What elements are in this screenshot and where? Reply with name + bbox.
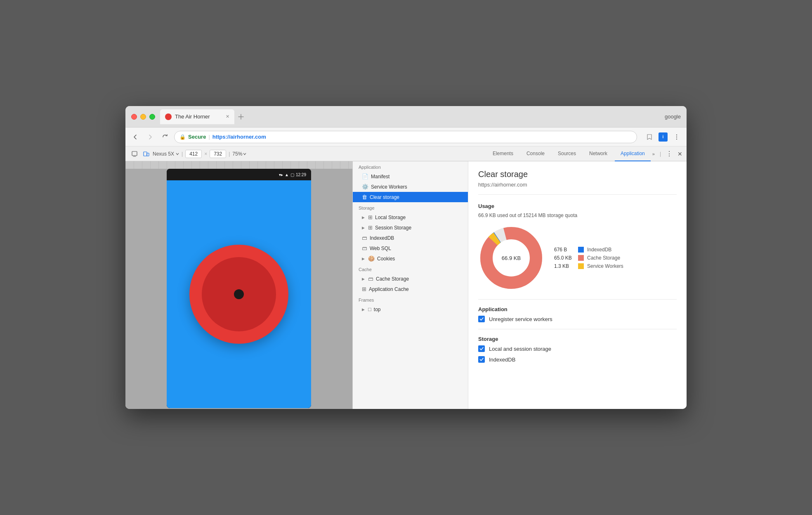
check-indexeddb-label: IndexedDB — [489, 357, 515, 363]
new-tab-button[interactable] — [234, 110, 248, 123]
height-input[interactable] — [210, 150, 226, 158]
extension-icon[interactable]: i — [659, 132, 668, 142]
cookies-expand: ▶ — [362, 257, 365, 261]
tab-console[interactable]: Console — [521, 146, 550, 161]
tab-sources[interactable]: Sources — [552, 146, 582, 161]
sidebar-item-cache-storage[interactable]: ▶ 🗃 Cache Storage — [353, 274, 468, 284]
vinyl-record — [189, 245, 288, 344]
donut-chart: 66.9 KB — [478, 225, 544, 291]
maximize-button[interactable] — [149, 114, 155, 120]
sidebar-item-local-storage[interactable]: ▶ ⊞ Local Storage — [353, 212, 468, 222]
web-sql-label: Web SQL — [370, 246, 391, 251]
chart-area: 66.9 KB 676 B IndexedDB 65.0 KB Cache St… — [478, 225, 677, 291]
frames-top-label: top — [374, 307, 381, 312]
phone-preview: ▾▸ ▲ ▢ 12:29 — [125, 161, 352, 409]
forward-button[interactable] — [144, 131, 156, 143]
sidebar-item-clear-storage[interactable]: 🗑 Clear storage — [353, 192, 468, 202]
secure-icon: 🔒 — [179, 134, 186, 140]
signal-icon: ▲ — [285, 172, 289, 177]
web-sql-icon: 🗃 — [362, 245, 367, 251]
local-storage-expand: ▶ — [362, 215, 365, 220]
main-content: ▾▸ ▲ ▢ 12:29 — [125, 161, 687, 409]
cookies-icon: 🍪 — [368, 255, 375, 262]
checkbox-local-session[interactable] — [478, 345, 485, 352]
url-divider: | — [208, 134, 210, 140]
devtools-close-button[interactable]: ✕ — [677, 151, 682, 157]
tab-close-button[interactable]: ✕ — [226, 114, 229, 119]
phone-content — [167, 180, 311, 408]
sidebar-item-cookies[interactable]: ▶ 🍪 Cookies — [353, 253, 468, 264]
menu-icon[interactable] — [671, 131, 682, 143]
sidebar-item-session-storage[interactable]: ▶ ⊞ Session Storage — [353, 222, 468, 233]
bookmark-icon[interactable] — [644, 131, 655, 143]
minimize-button[interactable] — [140, 114, 146, 120]
battery-icon: ▢ — [290, 172, 294, 177]
tab-elements[interactable]: Elements — [487, 146, 519, 161]
zoom-selector[interactable]: 75% — [232, 151, 246, 157]
more-tabs-button[interactable]: » — [652, 151, 655, 156]
toolbar-right: i — [644, 131, 682, 143]
local-storage-label: Local Storage — [375, 215, 406, 220]
vinyl-center — [234, 289, 244, 299]
tab-favicon — [165, 113, 172, 120]
legend-cache-storage-label: Cache Storage — [587, 255, 620, 261]
sidebar-item-frames-top[interactable]: ▶ □ top — [353, 304, 468, 314]
svg-rect-5 — [147, 153, 149, 156]
tab-application[interactable]: Application — [615, 146, 651, 161]
clear-storage-label: Clear storage — [370, 194, 399, 200]
traffic-lights — [131, 114, 155, 120]
service-workers-icon: ⚙️ — [362, 184, 368, 190]
device-selector[interactable]: Nexus 5X — [153, 151, 179, 157]
sidebar-item-web-sql[interactable]: 🗃 Web SQL — [353, 243, 468, 253]
svg-point-0 — [676, 134, 677, 135]
url-domain: airhorner.com — [230, 134, 266, 140]
cache-storage-label: Cache Storage — [376, 276, 409, 282]
legend-cache-storage-value: 65.0 KB — [554, 255, 575, 261]
browser-account: google — [665, 113, 681, 120]
secure-label: Secure — [188, 134, 206, 140]
time-display: 12:29 — [296, 172, 306, 177]
checkbox-indexeddb[interactable] — [478, 356, 485, 363]
frames-section-label: Frames — [353, 294, 468, 304]
local-storage-icon: ⊞ — [368, 214, 373, 220]
check-unregister-workers-label: Unregister service workers — [489, 316, 552, 322]
url-text: https://airhorner.com — [212, 134, 266, 140]
back-button[interactable] — [130, 131, 141, 143]
indexeddb-label: IndexedDB — [370, 235, 394, 241]
legend-service-workers: 1.3 KB Service Workers — [554, 263, 623, 269]
app-cache-icon: ⊞ — [362, 286, 366, 292]
check-local-session-storage: Local and session storage — [478, 345, 677, 352]
status-icons: ▾▸ ▲ ▢ 12:29 — [279, 172, 306, 177]
sidebar-item-service-workers[interactable]: ⚙️ Service Workers — [353, 182, 468, 192]
sidebar-item-manifest[interactable]: 📄 Manifest — [353, 171, 468, 182]
clear-storage-icon: 🗑 — [362, 194, 367, 200]
donut-label: 66.9 KB — [502, 255, 521, 261]
device-mode-icon[interactable] — [141, 149, 151, 159]
devtools-main: Clear storage https://airhorner.com Usag… — [468, 161, 687, 409]
ruler — [125, 161, 352, 169]
url-bar[interactable]: 🔒 Secure | https://airhorner.com — [174, 131, 637, 143]
service-workers-label: Service Workers — [371, 184, 407, 190]
tab-bar: The Air Horner ✕ — [160, 109, 665, 124]
tab-network[interactable]: Network — [583, 146, 613, 161]
legend-indexeddb-label: IndexedDB — [587, 247, 611, 253]
sidebar-item-app-cache[interactable]: ⊞ Application Cache — [353, 284, 468, 294]
title-bar: The Air Horner ✕ google — [125, 106, 687, 128]
application-checks-heading: Application — [478, 306, 677, 312]
phone-device: ▾▸ ▲ ▢ 12:29 — [167, 169, 311, 408]
legend-indexeddb-value: 676 B — [554, 247, 575, 253]
checkbox-unregister-workers[interactable] — [478, 316, 485, 322]
inspect-icon[interactable] — [130, 149, 139, 159]
width-input[interactable] — [185, 150, 202, 158]
svg-point-2 — [676, 138, 677, 139]
svg-point-1 — [676, 136, 677, 137]
devtools-bar: Nexus 5X | × | 75% Elements Console Sour… — [125, 146, 687, 161]
devtools-menu-button[interactable]: ⋮ — [666, 150, 673, 158]
chart-legend: 676 B IndexedDB 65.0 KB Cache Storage 1.… — [554, 247, 623, 269]
close-button[interactable] — [131, 114, 137, 120]
cache-storage-icon: 🗃 — [368, 276, 373, 282]
reload-button[interactable] — [159, 131, 171, 143]
active-tab[interactable]: The Air Horner ✕ — [160, 109, 234, 124]
check-unregister-workers: Unregister service workers — [478, 316, 677, 322]
sidebar-item-indexeddb[interactable]: 🗃 IndexedDB — [353, 233, 468, 243]
